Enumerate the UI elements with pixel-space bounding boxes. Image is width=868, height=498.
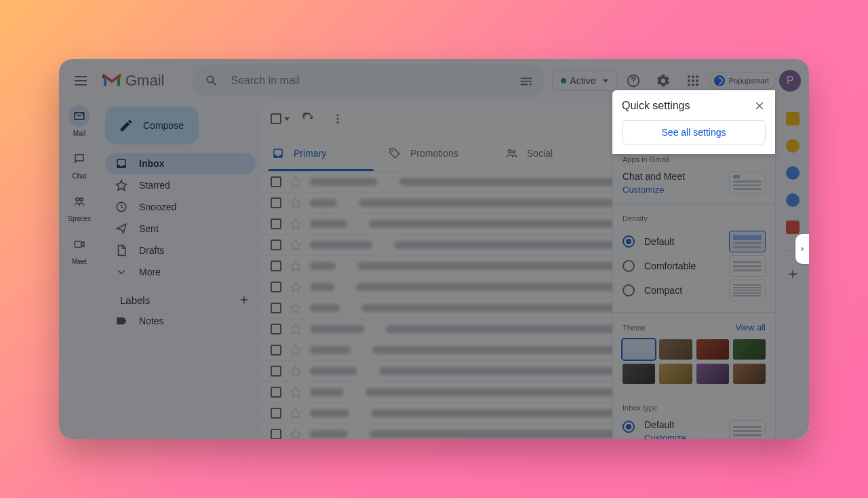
nav-starred[interactable]: Starred <box>105 174 256 196</box>
popupsmart-label: Popupsmart <box>729 77 769 85</box>
nav-notes-label: Notes <box>139 315 164 326</box>
sender-redacted <box>310 262 336 270</box>
tab-promotions[interactable]: Promotions <box>379 135 496 171</box>
density-title: Density <box>623 214 766 223</box>
svg-point-8 <box>688 83 690 86</box>
row-checkbox[interactable] <box>271 408 281 419</box>
add-label-button[interactable] <box>238 294 250 306</box>
star-outline-icon[interactable] <box>290 176 302 188</box>
theme-tile-7[interactable] <box>696 364 729 384</box>
row-checkbox[interactable] <box>271 218 281 229</box>
star-outline-icon[interactable] <box>290 197 302 209</box>
see-all-settings-button[interactable]: See all settings <box>622 120 766 145</box>
gmail-logo[interactable]: Gmail <box>102 72 164 90</box>
select-all-control[interactable] <box>271 113 290 124</box>
star-outline-icon[interactable] <box>290 386 302 398</box>
theme-tile-6[interactable] <box>659 364 692 384</box>
tab-primary[interactable]: Primary <box>262 135 379 171</box>
sender-redacted <box>310 304 340 312</box>
theme-tile-8[interactable] <box>733 364 766 384</box>
tab-social[interactable]: Social <box>496 135 612 171</box>
star-outline-icon[interactable] <box>290 281 302 293</box>
row-checkbox[interactable] <box>271 282 281 292</box>
nav-sent-label: Sent <box>139 223 159 234</box>
search-bar[interactable] <box>193 65 545 96</box>
account-avatar[interactable]: P <box>779 70 801 92</box>
side-panel-rail <box>775 102 809 439</box>
star-outline-icon[interactable] <box>290 218 302 230</box>
star-outline-icon[interactable] <box>290 407 302 419</box>
tag-icon <box>389 147 401 159</box>
more-actions-button[interactable] <box>326 107 349 130</box>
pencil-icon <box>119 118 134 133</box>
search-options-icon[interactable] <box>513 67 540 94</box>
tasks-addon[interactable] <box>786 166 800 180</box>
row-checkbox[interactable] <box>271 303 281 313</box>
nav-drafts-label: Drafts <box>139 245 164 256</box>
svg-rect-13 <box>75 242 81 248</box>
nav-label-notes[interactable]: Notes <box>105 310 256 332</box>
rail-mail-label: Mail <box>73 130 85 137</box>
search-input[interactable] <box>225 75 513 87</box>
main-menu-button[interactable] <box>67 67 94 94</box>
theme-tile-4[interactable] <box>733 339 766 360</box>
presence-dot-icon <box>561 78 566 83</box>
side-panel-toggle[interactable] <box>795 234 809 264</box>
svg-point-18 <box>392 150 393 151</box>
nav-inbox[interactable]: Inbox <box>105 153 256 174</box>
star-outline-icon[interactable] <box>290 428 302 439</box>
search-icon[interactable] <box>198 67 225 94</box>
row-checkbox[interactable] <box>271 176 281 187</box>
star-outline-icon[interactable] <box>290 365 302 377</box>
theme-tile-5[interactable] <box>623 364 655 384</box>
addon-5[interactable] <box>786 221 800 234</box>
star-outline-icon[interactable] <box>290 239 302 251</box>
get-addons-button[interactable] <box>786 267 800 281</box>
star-icon <box>115 179 128 191</box>
star-outline-icon[interactable] <box>290 260 302 272</box>
rail-meet[interactable]: Meet <box>68 233 90 265</box>
svg-point-7 <box>696 79 698 82</box>
row-checkbox[interactable] <box>271 429 281 439</box>
star-outline-icon[interactable] <box>290 344 302 356</box>
quick-settings-close-button[interactable] <box>753 100 766 112</box>
rail-chat[interactable]: Chat <box>68 148 90 180</box>
popupsmart-pill[interactable]: Popupsmart <box>709 72 776 90</box>
theme-tile-1[interactable] <box>623 339 655 360</box>
row-checkbox[interactable] <box>271 240 281 250</box>
density-default[interactable]: Default <box>623 229 766 254</box>
refresh-button[interactable] <box>296 107 319 130</box>
theme-tile-2[interactable] <box>659 339 692 360</box>
nav-drafts[interactable]: Drafts <box>105 240 256 261</box>
keep-addon[interactable] <box>786 139 800 153</box>
rail-spaces[interactable]: Spaces <box>68 191 90 223</box>
row-checkbox[interactable] <box>271 261 281 271</box>
nav-more-label: More <box>139 267 161 277</box>
row-checkbox[interactable] <box>271 324 281 334</box>
compose-button[interactable]: Compose <box>105 107 199 145</box>
row-checkbox[interactable] <box>271 197 281 208</box>
apps-customize-link[interactable]: Customize <box>623 185 685 195</box>
calendar-addon[interactable] <box>786 112 800 126</box>
status-active-pill[interactable]: Active <box>552 71 617 91</box>
star-outline-icon[interactable] <box>290 323 302 335</box>
density-compact[interactable]: Compact <box>623 278 766 303</box>
nav-more[interactable]: More <box>105 261 256 283</box>
density-comfortable[interactable]: Comfortable <box>623 254 766 278</box>
theme-view-all-link[interactable]: View all <box>735 322 766 332</box>
inbox-type-default[interactable]: Default Customize <box>623 419 766 439</box>
contacts-addon[interactable] <box>786 193 800 207</box>
row-checkbox[interactable] <box>271 345 281 356</box>
inbox-customize-link[interactable]: Customize <box>644 433 686 440</box>
star-outline-icon[interactable] <box>290 302 302 314</box>
theme-tile-3[interactable] <box>696 339 729 360</box>
svg-point-4 <box>696 75 698 78</box>
rail-mail[interactable]: Mail <box>68 105 90 137</box>
nav-snoozed-label: Snoozed <box>139 202 176 212</box>
row-checkbox[interactable] <box>271 387 281 398</box>
row-checkbox[interactable] <box>271 366 281 377</box>
nav-snoozed[interactable]: Snoozed <box>105 196 256 218</box>
gmail-wordmark: Gmail <box>125 72 164 90</box>
hamburger-icon <box>75 76 87 85</box>
nav-sent[interactable]: Sent <box>105 218 256 240</box>
